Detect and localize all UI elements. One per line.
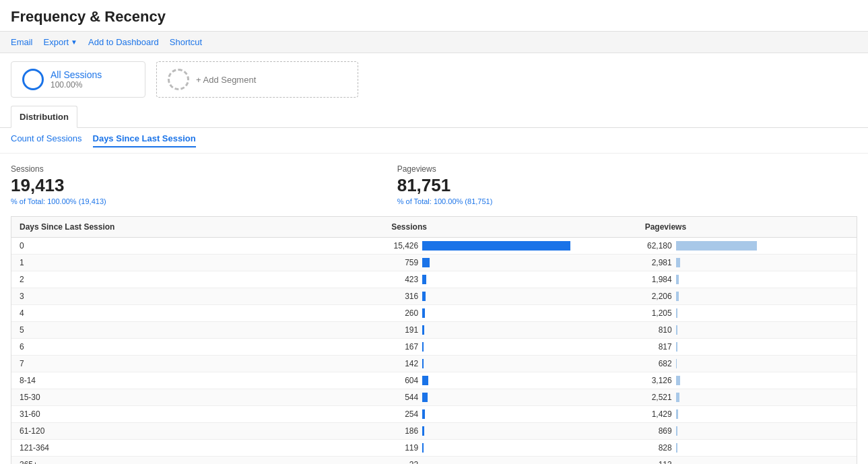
sessions-label: Sessions [11, 164, 106, 174]
table-row: 0 15,426 62,180 [11, 238, 857, 255]
cell-day-label: 6 [11, 339, 383, 356]
shortcut-button[interactable]: Shortcut [170, 37, 202, 47]
table-row: 1 759 2,981 [11, 255, 857, 271]
cell-day-label: 365+ [11, 457, 383, 465]
add-segment-button[interactable]: + Add Segment [156, 61, 358, 98]
sessions-value-cell: 316 [391, 292, 418, 301]
sessions-bar [422, 359, 424, 368]
pageviews-value-cell: 817 [645, 342, 672, 352]
main-tab-bar: Distribution [0, 106, 868, 128]
cell-sessions: 15,426 [383, 238, 637, 255]
pageviews-value-cell: 2,206 [645, 292, 672, 301]
sessions-value-cell: 167 [391, 342, 418, 352]
cell-sessions: 260 [383, 305, 637, 322]
email-button[interactable]: Email [11, 37, 33, 47]
sessions-bar [422, 241, 570, 251]
cell-sessions: 119 [383, 440, 637, 457]
table-row: 8-14 604 3,126 [11, 372, 857, 389]
cell-sessions: 759 [383, 255, 637, 271]
sessions-value-cell: 260 [391, 308, 418, 318]
pageviews-bar [676, 443, 677, 453]
cell-day-label: 15-30 [11, 389, 383, 406]
add-segment-label: + Add Segment [196, 75, 256, 85]
cell-sessions: 604 [383, 372, 637, 389]
export-button[interactable]: Export ▼ [44, 37, 77, 47]
pageviews-sub: % of Total: 100.00% (81,751) [397, 197, 493, 205]
pageviews-value-cell: 2,981 [645, 258, 672, 267]
sessions-value: 19,413 [11, 175, 106, 196]
cell-day-label: 3 [11, 288, 383, 305]
pageviews-value-cell: 3,126 [645, 376, 672, 385]
sub-tab-count-of-sessions[interactable]: Count of Sessions [11, 133, 82, 147]
table-row: 3 316 2,206 [11, 288, 857, 305]
pageviews-bar [676, 325, 677, 335]
pageviews-bar [676, 241, 757, 251]
pageviews-bar [676, 376, 680, 385]
pageviews-value-cell: 1,205 [645, 308, 672, 318]
table-row: 365+ 22 113 [11, 457, 857, 465]
table-row: 7 142 682 [11, 356, 857, 372]
cell-pageviews: 2,521 [637, 389, 857, 406]
sessions-value-cell: 119 [391, 443, 418, 453]
sessions-value-cell: 191 [391, 325, 418, 335]
cell-day-label: 61-120 [11, 423, 383, 440]
cell-pageviews: 828 [637, 440, 857, 457]
cell-sessions: 142 [383, 356, 637, 372]
sessions-value-cell: 604 [391, 376, 418, 385]
sessions-bar [422, 376, 428, 385]
pageviews-value-cell: 1,984 [645, 275, 672, 284]
pageviews-bar [676, 275, 679, 284]
table-row: 2 423 1,984 [11, 271, 857, 288]
add-to-dashboard-button[interactable]: Add to Dashboard [88, 37, 159, 47]
export-arrow-icon: ▼ [71, 38, 77, 46]
sessions-value-cell: 254 [391, 409, 418, 419]
col-sessions: Sessions [383, 217, 637, 238]
table-row: 61-120 186 869 [11, 423, 857, 440]
cell-pageviews: 817 [637, 339, 857, 356]
cell-day-label: 7 [11, 356, 383, 372]
cell-pageviews: 1,429 [637, 406, 857, 423]
cell-sessions: 254 [383, 406, 637, 423]
pageviews-bar [676, 393, 679, 402]
pageviews-value-cell: 682 [645, 359, 672, 368]
sub-tab-days-since-last-session[interactable]: Days Since Last Session [93, 133, 196, 147]
cell-day-label: 1 [11, 255, 383, 271]
data-table: Days Since Last Session Sessions Pagevie… [11, 216, 857, 464]
cell-pageviews: 113 [637, 457, 857, 465]
sessions-metric: Sessions 19,413 % of Total: 100.00% (19,… [11, 164, 106, 205]
segment-name: All Sessions [51, 69, 102, 80]
pageviews-value-cell: 1,429 [645, 409, 672, 419]
tab-distribution[interactable]: Distribution [11, 106, 77, 128]
add-segment-circle-icon [168, 69, 189, 90]
sessions-value-cell: 186 [391, 426, 418, 436]
pageviews-label: Pageviews [397, 164, 493, 174]
sessions-bar [422, 409, 425, 419]
sessions-bar [422, 426, 424, 436]
sub-tabs: Count of Sessions Days Since Last Sessio… [0, 128, 868, 154]
pageviews-metric: Pageviews 81,751 % of Total: 100.00% (81… [397, 164, 493, 205]
cell-day-label: 5 [11, 322, 383, 339]
cell-sessions: 544 [383, 389, 637, 406]
pageviews-bar [676, 258, 680, 267]
segment-pct: 100.00% [51, 80, 102, 90]
cell-sessions: 186 [383, 423, 637, 440]
segment-circle-icon [22, 69, 44, 90]
cell-day-label: 31-60 [11, 406, 383, 423]
sessions-sub: % of Total: 100.00% (19,413) [11, 197, 106, 205]
sessions-value-cell: 22 [391, 460, 418, 464]
sessions-value-cell: 544 [391, 393, 418, 402]
sessions-bar [422, 325, 424, 335]
segment-all-sessions[interactable]: All Sessions 100.00% [11, 61, 145, 98]
sessions-value-cell: 423 [391, 275, 418, 284]
pageviews-value-cell: 869 [645, 426, 672, 436]
pageviews-bar [676, 426, 677, 436]
col-pageviews: Pageviews [637, 217, 857, 238]
cell-sessions: 167 [383, 339, 637, 356]
cell-pageviews: 810 [637, 322, 857, 339]
pageviews-value-cell: 113 [645, 460, 672, 464]
cell-day-label: 2 [11, 271, 383, 288]
sessions-bar [422, 275, 426, 284]
page-title: Frequency & Recency [0, 0, 868, 31]
table-row: 121-364 119 828 [11, 440, 857, 457]
pageviews-value: 81,751 [397, 175, 493, 196]
